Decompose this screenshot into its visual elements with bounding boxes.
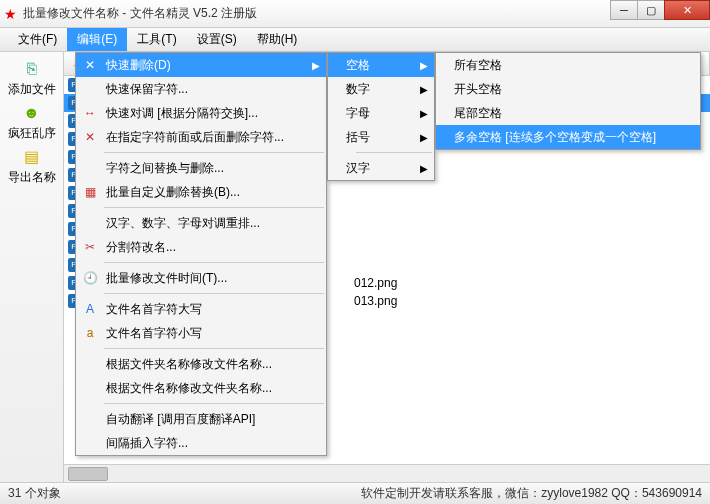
menu-item-label: 快速对调 [根据分隔符交换]... [106,105,258,122]
menu-item[interactable]: ✕快速删除(D)▶ [76,53,326,77]
menu-item-icon: ↔ [82,106,98,120]
menu-item-label: 间隔插入字符... [106,435,188,452]
menu-item[interactable]: 间隔插入字符... [76,431,326,455]
status-contact: 软件定制开发请联系客服，微信：zyylove1982 QQ：543690914 [361,485,702,502]
submenu-arrow-icon: ▶ [420,132,428,143]
menu-item-label: 多余空格 [连续多个空格变成一个空格] [454,129,656,146]
menu-item-label: 文件名首字符大写 [106,301,202,318]
menu-item[interactable]: 🕘批量修改文件时间(T)... [76,266,326,290]
menu-item-label: 批量修改文件时间(T)... [106,270,227,287]
sidebar-export-names[interactable]: ▤ 导出名称 [3,144,61,188]
menu-item[interactable]: 汉字▶ [328,156,434,180]
menu-item-label: 文件名首字符小写 [106,325,202,342]
menu-item-label: 根据文件夹名称修改文件名称... [106,356,272,373]
menu-item-label: 数字 [346,81,370,98]
close-button[interactable]: ✕ [664,0,710,20]
menu-item-icon: ✂ [82,240,98,254]
menu-item[interactable]: 开头空格 [436,77,700,101]
menu-item[interactable]: 括号▶ [328,125,434,149]
menu-item[interactable]: 数字▶ [328,77,434,101]
menu-item[interactable]: 所有空格 [436,53,700,77]
menu-item-icon: a [82,326,98,340]
menu-item[interactable]: a文件名首字符小写 [76,321,326,345]
menu-item-icon: A [82,302,98,316]
app-icon: ★ [4,6,17,22]
file-modname: 012.png [354,276,574,290]
menubar: 文件(F) 编辑(E) 工具(T) 设置(S) 帮助(H) [0,28,710,52]
menu-item-label: 快速删除(D) [106,57,171,74]
horizontal-scrollbar[interactable] [64,464,710,482]
submenu-arrow-icon: ▶ [420,60,428,71]
menu-help[interactable]: 帮助(H) [247,28,308,51]
sidebar-crazy-sort[interactable]: ☻ 疯狂乱序 [3,100,61,144]
crazy-icon: ☻ [22,103,42,123]
menu-item[interactable]: 空格▶ [328,53,434,77]
edit-menu-dropdown: ✕快速删除(D)▶快速保留字符...↔快速对调 [根据分隔符交换]...✕在指定… [75,52,327,456]
menu-item-label: 分割符改名... [106,239,176,256]
submenu-arrow-icon: ▶ [420,108,428,119]
menu-item-label: 字符之间替换与删除... [106,160,224,177]
menu-item[interactable]: 字母▶ [328,101,434,125]
menu-item[interactable]: ✂分割符改名... [76,235,326,259]
menu-item-label: 开头空格 [454,81,502,98]
menu-item-label: 括号 [346,129,370,146]
menu-item-icon: ✕ [82,58,98,72]
menu-item-label: 自动翻译 [调用百度翻译API] [106,411,255,428]
add-file-icon: ⎘ [22,59,42,79]
file-modname: 013.png [354,294,574,308]
submenu-arrow-icon: ▶ [420,163,428,174]
menu-item-icon: ▦ [82,185,98,199]
menu-item[interactable]: 尾部空格 [436,101,700,125]
menu-item[interactable]: 自动翻译 [调用百度翻译API] [76,407,326,431]
statusbar: 31 个对象 软件定制开发请联系客服，微信：zyylove1982 QQ：543… [0,482,710,504]
export-icon: ▤ [22,147,42,167]
maximize-button[interactable]: ▢ [637,0,665,20]
minimize-button[interactable]: ─ [610,0,638,20]
menu-item-label: 所有空格 [454,57,502,74]
titlebar: ★ 批量修改文件名称 - 文件名精灵 V5.2 注册版 ─ ▢ ✕ [0,0,710,28]
menu-item[interactable]: ▦批量自定义删除替换(B)... [76,180,326,204]
menu-item[interactable]: 根据文件夹名称修改文件名称... [76,352,326,376]
menu-item-icon: 🕘 [82,271,98,285]
menu-item-icon: ✕ [82,130,98,144]
menu-item[interactable]: 快速保留字符... [76,77,326,101]
sidebar-add-file[interactable]: ⎘ 添加文件 [3,56,61,100]
menu-file[interactable]: 文件(F) [8,28,67,51]
menu-item-label: 汉字 [346,160,370,177]
menu-item[interactable]: 汉字、数字、字母对调重排... [76,211,326,235]
submenu-arrow-icon: ▶ [420,84,428,95]
sidebar: ⎘ 添加文件 ☻ 疯狂乱序 ▤ 导出名称 [0,52,64,482]
menu-item[interactable]: 多余空格 [连续多个空格变成一个空格] [436,125,700,149]
menu-item[interactable]: 字符之间替换与删除... [76,156,326,180]
menu-item-label: 尾部空格 [454,105,502,122]
menu-item[interactable]: ✕在指定字符前面或后面删除字符... [76,125,326,149]
menu-item-label: 字母 [346,105,370,122]
menu-item-label: 批量自定义删除替换(B)... [106,184,240,201]
quick-delete-submenu: 空格▶数字▶字母▶括号▶汉字▶ [327,52,435,181]
menu-item-label: 在指定字符前面或后面删除字符... [106,129,284,146]
status-count: 31 个对象 [8,485,61,502]
menu-edit[interactable]: 编辑(E) [67,28,127,51]
scroll-thumb[interactable] [68,467,108,481]
menu-tool[interactable]: 工具(T) [127,28,186,51]
menu-item-label: 空格 [346,57,370,74]
menu-setting[interactable]: 设置(S) [187,28,247,51]
menu-item[interactable]: ↔快速对调 [根据分隔符交换]... [76,101,326,125]
menu-item-label: 快速保留字符... [106,81,188,98]
window-title: 批量修改文件名称 - 文件名精灵 V5.2 注册版 [23,5,257,22]
submenu-arrow-icon: ▶ [312,60,320,71]
menu-item-label: 汉字、数字、字母对调重排... [106,215,260,232]
menu-item-label: 根据文件名称修改文件夹名称... [106,380,272,397]
menu-item[interactable]: A文件名首字符大写 [76,297,326,321]
menu-item[interactable]: 根据文件名称修改文件夹名称... [76,376,326,400]
window-buttons: ─ ▢ ✕ [611,0,710,20]
space-submenu: 所有空格开头空格尾部空格多余空格 [连续多个空格变成一个空格] [435,52,701,150]
